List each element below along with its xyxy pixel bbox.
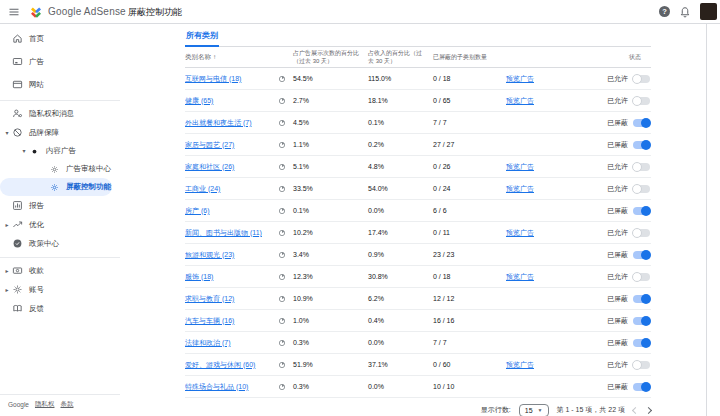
sidebar-item-4[interactable]: ▾品牌保障 [0, 123, 120, 142]
sidebar-item-11[interactable]: ▸收款 [0, 261, 120, 280]
preview-ads-link[interactable]: 预览广告 [506, 162, 534, 172]
block-toggle[interactable] [633, 207, 650, 215]
blocked-subcategories-count: 7 / 7 [433, 339, 506, 346]
tab-all-categories[interactable]: 所有类别 [185, 27, 219, 47]
brand-safety-icon [11, 127, 23, 139]
table-row-11: 汽车与车辆 (16)1.0%0.4%16 / 16已屏蔽 [185, 310, 651, 332]
table-row-7: 新闻、图书与出版物 (11)10.2%17.4%0 / 11预览广告已允许 [185, 222, 651, 244]
sidebar-item-0[interactable]: 首页 [0, 27, 120, 50]
scrollbar-track[interactable] [706, 24, 707, 416]
block-toggle[interactable] [633, 295, 650, 303]
table-body: 互联网与电信 (18)54.5%115.0%0 / 18预览广告已允许健康 (6… [185, 68, 651, 398]
sidebar-item-label: 优化 [29, 220, 44, 230]
blocked-subcategories-count: 6 / 6 [433, 207, 506, 214]
block-toggle[interactable] [633, 317, 650, 325]
column-header-category-name[interactable]: 类别名称↑ [185, 53, 293, 62]
sidebar-item-7[interactable]: 屏蔽控制功能 [0, 178, 112, 196]
rows-per-page-select[interactable]: 15 ▼ [519, 404, 549, 416]
impressions-percent: 0.1% [293, 207, 368, 214]
privacy-link[interactable]: 隐私权 [35, 400, 55, 409]
sidebar-item-5[interactable]: ▾内容广告 [0, 142, 120, 160]
block-toggle[interactable] [633, 141, 650, 149]
sidebar-item-10[interactable]: 政策中心 [0, 234, 120, 253]
category-link[interactable]: 特殊场合与礼品 (10) [185, 382, 278, 392]
preview-ads-link[interactable]: 预览广告 [506, 228, 534, 238]
column-header-impressions: 占广告展示次数的百分比（过去 30 天） [293, 49, 368, 65]
block-toggle[interactable] [633, 163, 650, 171]
preview-ads-link[interactable]: 预览广告 [506, 96, 534, 106]
category-link[interactable]: 健康 (65) [185, 96, 278, 106]
category-link[interactable]: 家居与园艺 (27) [185, 140, 278, 150]
expand-arrow-icon[interactable]: ▾ [3, 130, 11, 136]
sidebar-item-13[interactable]: 反馈 [0, 299, 120, 318]
preview-ads-link[interactable]: 预览广告 [506, 272, 534, 282]
block-toggle[interactable] [633, 75, 650, 83]
block-toggle[interactable] [633, 119, 650, 127]
notifications-bell-icon[interactable] [679, 6, 691, 18]
expand-arrow-icon[interactable]: ▾ [20, 148, 28, 154]
category-link[interactable]: 服饰 (18) [185, 272, 278, 282]
category-link[interactable]: 互联网与电信 (18) [185, 74, 278, 84]
help-icon[interactable]: ? [659, 6, 670, 17]
category-link[interactable]: 家庭和社区 (26) [185, 162, 278, 172]
block-toggle[interactable] [633, 383, 650, 391]
status-label: 已屏蔽 [607, 338, 628, 348]
blocked-subcategories-count: 0 / 18 [433, 273, 506, 280]
block-toggle[interactable] [633, 97, 650, 105]
expand-arrow-icon[interactable]: ▸ [3, 268, 11, 274]
category-link[interactable]: 法律和政治 (7) [185, 338, 278, 348]
table-row-6: 房产 (6)0.1%0.0%6 / 6已屏蔽 [185, 200, 651, 222]
sidebar-item-3[interactable]: 隐私权和消息 [0, 104, 120, 123]
expand-arrow-icon[interactable]: ▸ [3, 287, 11, 293]
preview-cell: 预览广告 [506, 74, 603, 84]
revenue-percent: 0.9% [368, 251, 433, 258]
block-toggle[interactable] [633, 361, 650, 369]
expand-arrow-icon[interactable]: ▸ [3, 222, 11, 228]
menu-icon[interactable] [3, 1, 25, 23]
tab-bar: 所有类别 [185, 27, 651, 47]
sidebar-item-9[interactable]: ▸优化 [0, 215, 120, 234]
category-link[interactable]: 求职与教育 (12) [185, 294, 278, 304]
sidebar-item-8[interactable]: 报告 [0, 196, 120, 215]
block-toggle[interactable] [633, 273, 650, 281]
avatar[interactable] [700, 3, 717, 20]
toggle-thumb [641, 140, 651, 150]
block-toggle[interactable] [633, 185, 650, 193]
sidebar-item-12[interactable]: ▸账号 [0, 280, 120, 299]
sidebar-item-2[interactable]: 网站 [0, 73, 120, 96]
category-link[interactable]: 房产 (6) [185, 206, 278, 216]
preview-ads-link[interactable]: 预览广告 [506, 184, 534, 194]
toggle-thumb [632, 74, 642, 84]
impressions-percent: 4.5% [293, 119, 368, 126]
previous-page-icon [632, 407, 639, 414]
category-link[interactable]: 旅游和观光 (23) [185, 250, 278, 260]
category-link[interactable]: 汽车与车辆 (16) [185, 316, 278, 326]
terms-link[interactable]: 条款 [60, 400, 73, 409]
table-row-3: 家居与园艺 (27)1.1%0.2%27 / 27已屏蔽 [185, 134, 651, 156]
block-toggle[interactable] [633, 339, 650, 347]
category-link[interactable]: 外出就餐和夜生活 (7) [185, 118, 278, 128]
status-cell: 已允许 [603, 184, 651, 194]
impressions-percent: 0.3% [293, 383, 368, 390]
sidebar-item-6[interactable]: 广告审核中心 [0, 160, 120, 178]
block-toggle[interactable] [633, 229, 650, 237]
toggle-thumb [641, 338, 651, 348]
sidebar: 首页广告网站隐私权和消息▾品牌保障▾内容广告广告审核中心屏蔽控制功能报告▸优化政… [0, 24, 120, 416]
blocked-subcategories-count: 0 / 11 [433, 229, 506, 236]
table-header-row: 类别名称↑ 占广告展示次数的百分比（过去 30 天） 占收入的百分比（过去 30… [185, 47, 651, 68]
sidebar-item-1[interactable]: 广告 [0, 50, 120, 73]
preview-cell: 预览广告 [506, 272, 603, 282]
revenue-percent: 0.0% [368, 207, 433, 214]
status-label: 已允许 [607, 360, 628, 370]
category-link[interactable]: 工商业 (24) [185, 184, 278, 194]
preview-ads-link[interactable]: 预览广告 [506, 360, 534, 370]
category-link[interactable]: 新闻、图书与出版物 (11) [185, 228, 278, 238]
preview-ads-link[interactable]: 预览广告 [506, 74, 534, 84]
impressions-percent: 10.2% [293, 229, 368, 236]
next-page-icon[interactable] [645, 407, 652, 414]
category-link[interactable]: 爱好、游戏与休闲 (60) [185, 360, 278, 370]
block-toggle[interactable] [633, 251, 650, 259]
status-cell: 已屏蔽 [603, 140, 651, 150]
sidebar-item-label: 品牌保障 [29, 128, 59, 138]
chevron-down-icon: ▼ [538, 407, 543, 413]
